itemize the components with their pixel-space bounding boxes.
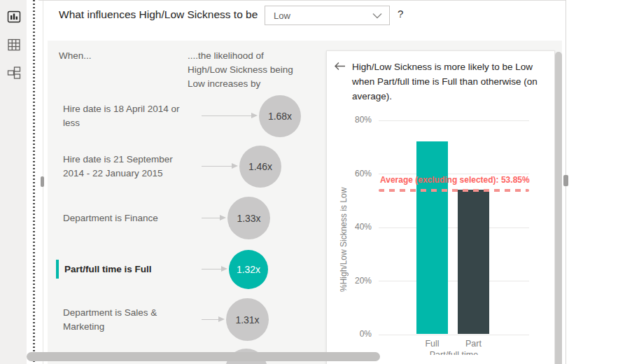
horizontal-scrollbar-thumb[interactable]: [27, 352, 380, 361]
influencer-label-selected[interactable]: Part/full time is Full: [64, 262, 204, 276]
help-icon[interactable]: ?: [398, 8, 403, 20]
y-tick-label: 60%: [345, 169, 372, 178]
influencer-bubble[interactable]: 1.46x: [239, 146, 281, 188]
arrow-icon: [202, 166, 232, 167]
gridline: [379, 335, 529, 335]
arrow-icon: [202, 319, 218, 320]
likelihood-column-header: ....the likelihood of High/Low Sickness …: [188, 49, 301, 91]
x-tick-label: Part: [453, 339, 495, 349]
window-scrollbar-thumb[interactable]: [563, 175, 568, 186]
question-text: What influences High/Low Sickness to be: [59, 8, 258, 21]
y-tick-label: 0%: [345, 329, 372, 339]
influencer-label[interactable]: Hire date is 21 September 2014 - 22 Janu…: [63, 153, 181, 181]
x-axis-title-clip: Part/full time: [379, 350, 529, 355]
selected-accent-bar: [56, 260, 59, 279]
back-arrow-icon[interactable]: [334, 61, 346, 70]
arrow-icon: [202, 115, 251, 116]
x-tick-label: Full: [412, 339, 454, 349]
gridline: [379, 174, 529, 174]
influencer-bubble[interactable]: 1.68x: [259, 95, 301, 137]
gridline: [379, 227, 529, 228]
outcome-dropdown-value: Low: [265, 10, 372, 21]
bar-full[interactable]: [416, 141, 448, 334]
y-tick-label: 80%: [345, 115, 372, 125]
average-line: [379, 189, 529, 192]
arrow-icon: [202, 218, 220, 218]
model-view-icon[interactable]: [7, 66, 21, 80]
data-view-icon[interactable]: [7, 38, 21, 52]
influencer-label[interactable]: Hire date is 18 April 2014 or less: [63, 102, 196, 130]
influencer-label[interactable]: Department is Sales & Marketing: [63, 306, 168, 334]
outcome-dropdown[interactable]: Low: [265, 6, 390, 25]
y-tick-label: 40%: [345, 222, 372, 232]
influencer-bubble-selected[interactable]: 1.32x: [229, 250, 268, 289]
x-axis-title: Part/full time: [379, 350, 529, 355]
influencer-bubble[interactable]: 1.31x: [226, 298, 269, 341]
chevron-down-icon: [372, 9, 382, 22]
influencer-label[interactable]: Department is Finance: [63, 211, 203, 225]
pane-divider-dotted: [33, 0, 35, 364]
average-line-label: Average (excluding selected): 53.85%: [380, 175, 530, 185]
report-view-icon[interactable]: [7, 10, 21, 24]
gridline: [379, 120, 529, 121]
gridline: [379, 281, 529, 281]
arrow-icon: [202, 269, 221, 270]
app-sidebar: [0, 0, 27, 364]
when-column-header: When...: [59, 49, 92, 63]
detail-description: High/Low Sickness is more likely to be L…: [352, 59, 556, 104]
visual-scrollbar-thumb[interactable]: [555, 52, 562, 364]
y-tick-label: 20%: [345, 276, 372, 286]
y-axis-title: %High/Low Sickness is Low: [339, 155, 349, 323]
visual-top-border: [38, 0, 566, 1]
canvas-scrollbar-thumb[interactable]: [41, 176, 44, 187]
bar-part[interactable]: [458, 190, 489, 334]
influencer-bubble[interactable]: 1.33x: [227, 197, 270, 239]
